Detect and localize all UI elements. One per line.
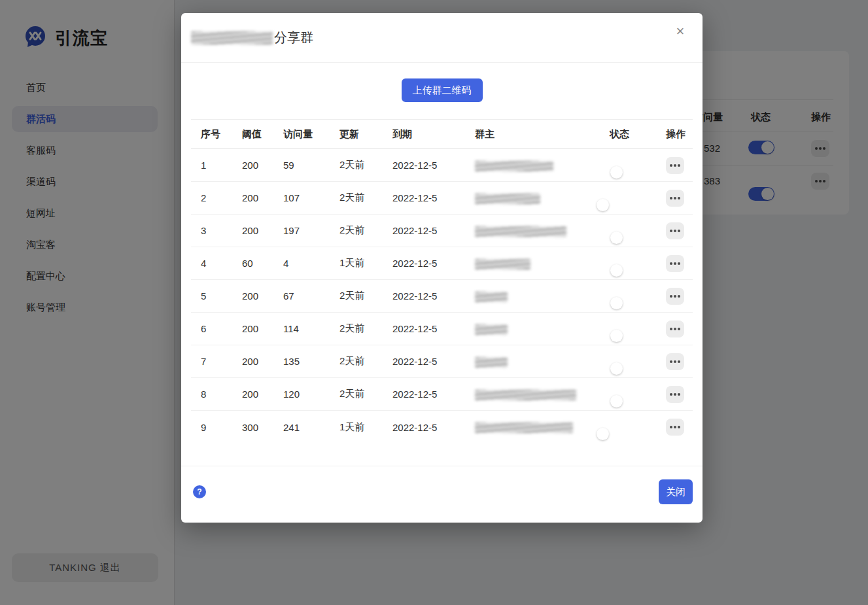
row-more-button[interactable]	[666, 353, 684, 370]
cell-visits: 67	[283, 290, 339, 302]
row-more-button[interactable]	[666, 419, 684, 436]
cell-visits: 4	[283, 258, 339, 269]
cell-visits: 114	[283, 323, 339, 334]
help-icon[interactable]: ?	[193, 485, 206, 498]
cell-updated: 2天前	[339, 388, 392, 400]
table-row: 9 300 241 1天前 2022-12-5	[191, 411, 693, 443]
cell-seq: 6	[201, 323, 242, 334]
cell-threshold: 300	[242, 422, 283, 433]
redacted-owner	[475, 259, 530, 269]
cell-seq: 2	[201, 192, 242, 203]
cell-visits: 120	[283, 389, 339, 400]
cell-visits: 107	[283, 192, 339, 203]
modal-header: 分享群 ×	[181, 13, 703, 63]
table-header-row: 序号 阈值 访问量 更新 到期 群主 状态 操作	[191, 119, 693, 149]
cell-visits: 197	[283, 225, 339, 236]
cell-updated: 1天前	[339, 421, 392, 434]
cell-threshold: 60	[242, 258, 283, 269]
cell-owner	[475, 192, 610, 203]
cell-expires: 2022-12-5	[392, 225, 475, 236]
cell-seq: 4	[201, 258, 242, 269]
cell-threshold: 200	[242, 323, 283, 334]
group-table: 序号 阈值 访问量 更新 到期 群主 状态 操作 1 200 59 2天前 20…	[191, 119, 693, 443]
cell-seq: 5	[201, 290, 242, 302]
table-row: 1 200 59 2天前 2022-12-5	[191, 149, 693, 182]
cell-expires: 2022-12-5	[392, 258, 475, 269]
row-more-button[interactable]	[666, 386, 684, 403]
col-status: 状态	[610, 128, 666, 141]
cell-threshold: 200	[242, 356, 283, 367]
row-more-button[interactable]	[666, 157, 684, 174]
cell-seq: 3	[201, 225, 242, 236]
row-more-button[interactable]	[666, 222, 684, 239]
cell-owner	[475, 290, 610, 302]
table-row: 5 200 67 2天前 2022-12-5	[191, 280, 693, 313]
cell-visits: 241	[283, 422, 339, 433]
share-group-modal: 分享群 × 上传群二维码 序号 阈值 访问量 更新 到期 群主 状态 操作 1 …	[181, 13, 703, 523]
cell-threshold: 200	[242, 192, 283, 203]
redacted-owner	[475, 226, 566, 237]
row-more-button[interactable]	[666, 255, 684, 272]
cell-owner	[475, 159, 610, 171]
modal-footer: ? 关闭	[181, 466, 703, 523]
cell-threshold: 200	[242, 290, 283, 302]
cell-owner	[475, 322, 610, 334]
cell-expires: 2022-12-5	[392, 323, 475, 334]
cell-expires: 2022-12-5	[392, 422, 475, 433]
table-row: 3 200 197 2天前 2022-12-5	[191, 215, 693, 247]
redacted-owner	[475, 357, 508, 368]
cell-owner	[475, 224, 610, 236]
redacted-owner	[475, 390, 576, 400]
cell-threshold: 200	[242, 389, 283, 400]
close-icon[interactable]: ×	[670, 21, 691, 42]
redacted-owner	[475, 423, 573, 433]
col-expires: 到期	[392, 128, 475, 141]
row-more-button[interactable]	[666, 190, 684, 207]
modal-title-suffix: 分享群	[274, 29, 313, 46]
cell-seq: 1	[201, 160, 242, 171]
col-seq: 序号	[201, 128, 242, 141]
cell-updated: 2天前	[339, 290, 392, 302]
table-row: 8 200 120 2天前 2022-12-5	[191, 378, 693, 411]
redacted-owner	[475, 194, 540, 204]
cell-expires: 2022-12-5	[392, 160, 475, 171]
cell-owner	[475, 355, 610, 367]
table-row: 4 60 4 1天前 2022-12-5	[191, 247, 693, 280]
cell-updated: 2天前	[339, 159, 392, 171]
table-row: 7 200 135 2天前 2022-12-5	[191, 345, 693, 378]
table-row: 6 200 114 2天前 2022-12-5	[191, 313, 693, 345]
modal-title: 分享群	[191, 29, 313, 46]
col-actions: 操作	[666, 128, 693, 141]
col-visits: 访问量	[283, 128, 339, 141]
cell-owner	[475, 257, 610, 269]
table-body: 1 200 59 2天前 2022-12-5 2 200 107 2天前 202…	[191, 149, 693, 443]
cell-updated: 2天前	[339, 322, 392, 335]
cell-visits: 135	[283, 356, 339, 367]
cell-seq: 9	[201, 422, 242, 433]
cell-expires: 2022-12-5	[392, 389, 475, 400]
upload-area: 上传群二维码	[181, 63, 703, 102]
cell-owner	[475, 421, 610, 433]
close-button[interactable]: 关闭	[659, 479, 693, 504]
redacted-owner	[475, 292, 508, 302]
cell-updated: 2天前	[339, 355, 392, 368]
cell-expires: 2022-12-5	[392, 356, 475, 367]
cell-visits: 59	[283, 160, 339, 171]
cell-owner	[475, 388, 610, 400]
row-more-button[interactable]	[666, 288, 684, 305]
col-threshold: 阈值	[242, 128, 283, 141]
row-more-button[interactable]	[666, 320, 684, 337]
col-updated: 更新	[339, 128, 392, 141]
redacted-owner	[475, 324, 508, 335]
cell-expires: 2022-12-5	[392, 290, 475, 302]
redacted-owner	[475, 161, 553, 171]
redacted-group-name	[191, 31, 273, 44]
cell-seq: 7	[201, 356, 242, 367]
cell-threshold: 200	[242, 160, 283, 171]
col-owner: 群主	[475, 128, 610, 141]
cell-updated: 2天前	[339, 224, 392, 237]
cell-expires: 2022-12-5	[392, 192, 475, 203]
upload-qrcode-button[interactable]: 上传群二维码	[402, 78, 483, 102]
cell-seq: 8	[201, 389, 242, 400]
cell-updated: 2天前	[339, 192, 392, 204]
